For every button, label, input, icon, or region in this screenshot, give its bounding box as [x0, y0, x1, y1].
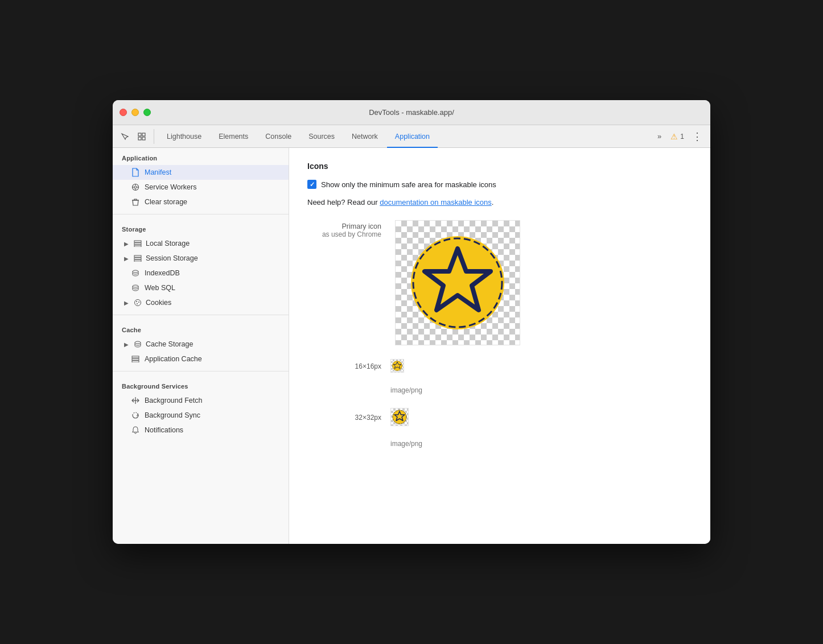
- svg-point-21: [137, 303, 138, 304]
- sidebar-item-cache-storage[interactable]: ▶ Cache Storage: [113, 337, 289, 352]
- svg-rect-15: [134, 260, 141, 262]
- manifest-icon: [131, 168, 140, 177]
- chevron-right-icon-3: ▶: [124, 300, 129, 306]
- type-row-1: image/png: [307, 386, 692, 394]
- app-cache-icon: [131, 354, 140, 364]
- chevron-right-icon: ▶: [124, 241, 129, 247]
- application-section-header: Application: [113, 148, 289, 165]
- help-text: Need help? Read our documentation on mas…: [307, 198, 692, 207]
- sidebar-item-local-storage[interactable]: ▶ Local Storage: [113, 236, 289, 251]
- sidebar-item-bg-sync[interactable]: Background Sync: [113, 408, 289, 423]
- svg-rect-0: [138, 133, 141, 136]
- storage-section-header: Storage: [113, 219, 289, 236]
- svg-rect-13: [134, 255, 141, 257]
- sidebar-item-indexeddb[interactable]: IndexedDB: [113, 266, 289, 280]
- cursor-icon[interactable]: [117, 129, 132, 144]
- svg-rect-11: [134, 243, 141, 245]
- primary-icon-label: Primary icon: [307, 222, 381, 230]
- more-tabs-button[interactable]: »: [653, 132, 666, 141]
- session-storage-icon: [133, 254, 142, 263]
- sidebar: Application Manifest: [113, 148, 289, 544]
- clear-storage-icon: [131, 197, 140, 207]
- svg-rect-10: [134, 241, 141, 242]
- svg-point-19: [136, 301, 137, 302]
- sidebar-item-web-sql[interactable]: Web SQL: [113, 280, 289, 295]
- checkbox-label: Show only the minimum safe area for mask…: [321, 180, 496, 189]
- right-panel: Icons Show only the minimum safe area fo…: [289, 148, 710, 544]
- window-title: DevTools - maskable.app/: [369, 108, 454, 117]
- type-png-1: image/png: [390, 386, 422, 394]
- type-png-2: image/png: [390, 440, 422, 448]
- size-16-label: 16×16px: [355, 362, 381, 370]
- maskable-checkbox[interactable]: [307, 180, 316, 189]
- icon-preview-32: [390, 408, 409, 426]
- icons-grid: Primary icon as used by Chrome: [307, 220, 692, 448]
- svg-rect-14: [134, 258, 141, 259]
- notifications-icon: [131, 426, 140, 435]
- warning-badge[interactable]: ⚠ 1: [666, 132, 689, 141]
- tab-lighthouse[interactable]: Lighthouse: [159, 125, 209, 148]
- sidebar-item-manifest[interactable]: Manifest: [113, 165, 289, 180]
- svg-rect-1: [142, 133, 145, 136]
- sidebar-item-session-storage[interactable]: ▶ Session Storage: [113, 251, 289, 266]
- primary-icon-label-group: Primary icon as used by Chrome: [307, 220, 381, 238]
- svg-point-17: [133, 285, 138, 287]
- svg-point-18: [135, 300, 141, 306]
- sidebar-item-service-workers[interactable]: Service Workers: [113, 180, 289, 195]
- divider-3: [113, 371, 289, 371]
- as-used-label: as used by Chrome: [307, 230, 381, 238]
- traffic-lights: [120, 109, 151, 116]
- svg-rect-23: [132, 356, 139, 358]
- svg-rect-3: [142, 137, 145, 140]
- size-32-label: 32×32px: [355, 414, 381, 422]
- documentation-link[interactable]: documentation on maskable icons: [380, 198, 492, 207]
- web-sql-icon: [131, 283, 140, 292]
- chevron-right-icon-4: ▶: [124, 341, 129, 348]
- bg-fetch-icon: [131, 396, 140, 405]
- type-row-2: image/png: [307, 440, 692, 448]
- icon-preview-16: [390, 359, 404, 373]
- tab-bar: Lighthouse Elements Console Sources Netw…: [113, 125, 710, 148]
- inspect-icon[interactable]: [134, 129, 149, 144]
- tab-console[interactable]: Console: [257, 125, 299, 148]
- svg-point-5: [134, 186, 137, 188]
- cache-section-header: Cache: [113, 320, 289, 337]
- minimize-button[interactable]: [131, 109, 139, 116]
- sidebar-item-cookies[interactable]: ▶ Cookies: [113, 295, 289, 310]
- service-workers-icon: [131, 183, 140, 192]
- svg-rect-24: [132, 358, 139, 360]
- small-icon-row-32: 32×32px: [307, 408, 692, 426]
- devtools-menu-button[interactable]: ⋮: [689, 130, 706, 143]
- sidebar-item-notifications[interactable]: Notifications: [113, 423, 289, 437]
- svg-rect-12: [134, 245, 141, 247]
- tab-elements[interactable]: Elements: [211, 125, 256, 148]
- checkbox-row: Show only the minimum safe area for mask…: [307, 180, 692, 189]
- tab-application[interactable]: Application: [387, 125, 438, 148]
- tab-icon-group: [117, 129, 154, 144]
- svg-point-20: [138, 302, 139, 303]
- cookies-icon: [133, 298, 142, 307]
- primary-icon-row: Primary icon as used by Chrome: [307, 220, 692, 345]
- chevron-right-icon-2: ▶: [124, 255, 129, 262]
- bg-services-section-header: Background Services: [113, 376, 289, 393]
- indexeddb-icon: [131, 269, 140, 278]
- tab-network[interactable]: Network: [344, 125, 386, 148]
- tabs-list: Lighthouse Elements Console Sources Netw…: [159, 125, 653, 148]
- tab-sources[interactable]: Sources: [301, 125, 343, 148]
- divider-2: [113, 315, 289, 315]
- small-icon-row-16: 16×16px: [307, 359, 692, 373]
- main-content: Application Manifest: [113, 148, 710, 544]
- svg-point-16: [133, 270, 138, 273]
- primary-icon-preview: [395, 220, 520, 345]
- svg-rect-2: [138, 137, 141, 140]
- devtools-window: DevTools - maskable.app/ Lighthouse: [113, 100, 710, 544]
- close-button[interactable]: [120, 109, 127, 116]
- sidebar-item-app-cache[interactable]: Application Cache: [113, 352, 289, 366]
- cache-storage-icon: [133, 340, 142, 349]
- local-storage-icon: [133, 239, 142, 248]
- bg-sync-icon: [131, 411, 140, 420]
- section-title: Icons: [307, 162, 692, 171]
- sidebar-item-clear-storage[interactable]: Clear storage: [113, 195, 289, 209]
- maximize-button[interactable]: [143, 109, 151, 116]
- sidebar-item-bg-fetch[interactable]: Background Fetch: [113, 393, 289, 408]
